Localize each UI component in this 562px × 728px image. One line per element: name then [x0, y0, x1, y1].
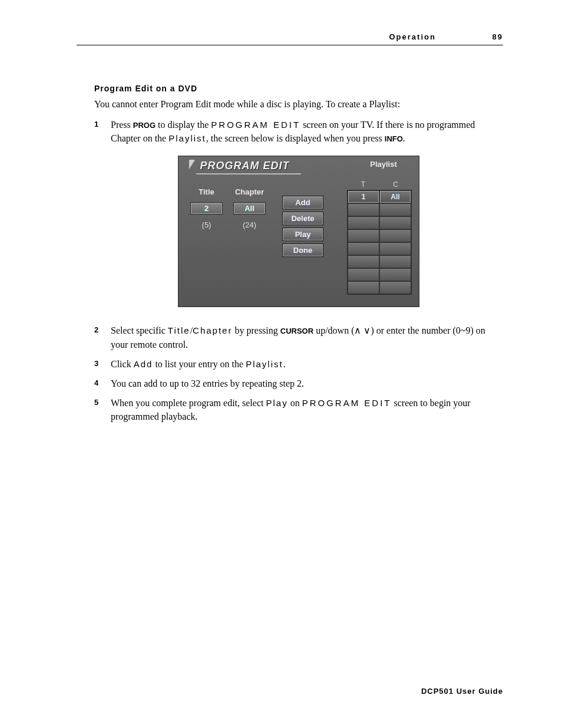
- playlist-cell-t: 1: [348, 190, 379, 203]
- footer-guide: DCP501 User Guide: [421, 687, 503, 696]
- step-body: When you complete program edit, select P…: [111, 396, 503, 423]
- step-body: You can add to up to 32 entries by repea…: [111, 377, 503, 390]
- playlist-row[interactable]: 1 All: [348, 190, 411, 203]
- add-button[interactable]: Add: [282, 196, 323, 209]
- title-column: Title 2 (5): [190, 187, 223, 295]
- step-2: 2 Select specific Title/Chapter by press…: [94, 324, 503, 351]
- key-prog: PROG: [133, 121, 156, 130]
- screenshot-title: PROGRAM EDIT: [196, 160, 301, 174]
- title-flag-icon: [189, 160, 195, 169]
- playlist-col-c: C: [379, 179, 412, 190]
- osd-title: Title: [168, 325, 190, 335]
- playlist-col-t: T: [347, 179, 379, 190]
- steps-list-cont: 2 Select specific Title/Chapter by press…: [94, 324, 503, 423]
- step-body: Select specific Title/Chapter by pressin…: [111, 324, 503, 351]
- intro-text: You cannot enter Program Edit mode while…: [94, 99, 503, 110]
- step-1: 1 Press PROG to display the PROGRAM EDIT…: [94, 118, 503, 145]
- step-3: 3 Click Add to list your entry on the Pl…: [94, 357, 503, 371]
- title-count: (5): [190, 220, 223, 229]
- step-body: Click Add to list your entry on the Play…: [111, 357, 503, 371]
- playlist-row[interactable]: [348, 242, 411, 255]
- playlist-row[interactable]: [348, 281, 411, 294]
- chapter-input[interactable]: All: [233, 202, 266, 215]
- osd-playlist: Playlist: [168, 133, 206, 143]
- play-button[interactable]: Play: [282, 228, 323, 241]
- title-input[interactable]: 2: [190, 202, 223, 215]
- page-content: Program Edit on a DVD You cannot enter P…: [77, 84, 503, 424]
- step-number: 4: [94, 377, 111, 389]
- title-header: Title: [190, 187, 223, 196]
- steps-list: 1 Press PROG to display the PROGRAM EDIT…: [94, 118, 503, 145]
- step-number: 5: [94, 396, 111, 409]
- section-heading: Program Edit on a DVD: [94, 84, 503, 93]
- osd-chapter: Chapter: [193, 325, 232, 335]
- done-button[interactable]: Done: [282, 243, 323, 257]
- step-number: 3: [94, 357, 111, 370]
- step-body: Press PROG to display the PROGRAM EDIT s…: [111, 118, 503, 145]
- step-number: 1: [94, 118, 111, 130]
- playlist-row[interactable]: [348, 268, 411, 281]
- key-info: INFO: [385, 134, 403, 143]
- program-edit-screenshot: PROGRAM EDIT Playlist Title 2 (5) Chapte…: [178, 156, 419, 307]
- header-page-number: 89: [492, 32, 503, 41]
- step-5: 5 When you complete program edit, select…: [94, 396, 503, 423]
- osd-play: Play: [266, 398, 287, 408]
- step-4: 4 You can add to up to 32 entries by rep…: [94, 377, 503, 390]
- chapter-count: (24): [233, 220, 266, 229]
- delete-button[interactable]: Delete: [282, 212, 323, 225]
- playlist-row[interactable]: [348, 229, 411, 242]
- playlist-row[interactable]: [348, 203, 411, 216]
- header-section: Operation: [389, 32, 436, 41]
- page-header: Operation 89: [77, 32, 503, 45]
- playlist-cell-c: All: [379, 190, 411, 203]
- playlist-panel: T C 1 All: [347, 179, 412, 295]
- key-cursor: CURSOR: [280, 327, 313, 335]
- osd-add: Add: [134, 359, 153, 369]
- playlist-row[interactable]: [348, 216, 411, 229]
- osd-program-edit: PROGRAM EDIT: [211, 120, 300, 130]
- osd-program-edit: PROGRAM EDIT: [302, 398, 392, 408]
- chapter-column: Chapter All (24): [233, 187, 266, 295]
- osd-playlist: Playlist: [246, 359, 283, 369]
- playlist-row[interactable]: [348, 255, 411, 268]
- chapter-header: Chapter: [233, 187, 266, 196]
- playlist-label: Playlist: [348, 156, 419, 171]
- step-number: 2: [94, 324, 111, 336]
